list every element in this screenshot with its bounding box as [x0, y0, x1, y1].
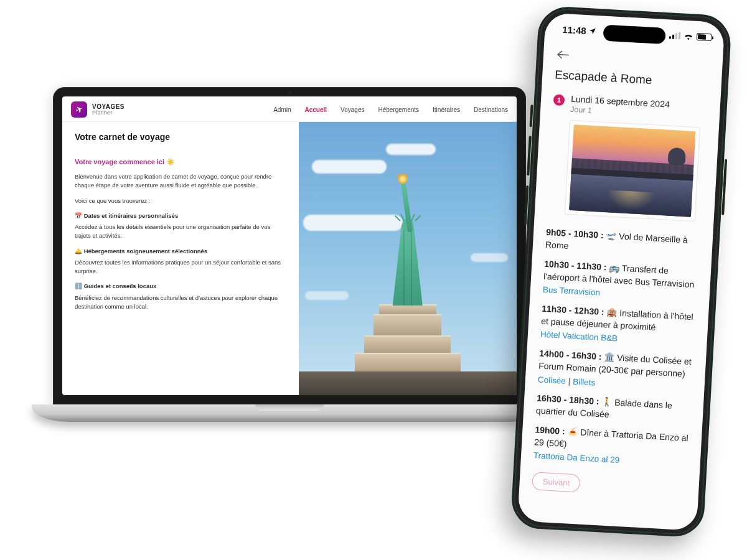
- hero-image-statue-of-liberty: [299, 122, 517, 395]
- itin-item-4: 14h00 - 16h30 : 🏛️ Visite du Colisée et …: [537, 347, 693, 394]
- brand-sub: Planner: [92, 110, 125, 116]
- bus-icon: 🚌: [609, 262, 620, 273]
- cellular-signal-icon: [669, 31, 681, 39]
- location-icon: [588, 27, 597, 35]
- link-billets[interactable]: Billets: [573, 376, 596, 387]
- svg-rect-1: [672, 35, 674, 39]
- phone-mockup: 11:48 Escapade à Rome: [510, 6, 732, 538]
- walk-icon: 🚶: [601, 396, 613, 407]
- laptop-mockup: VOYAGES Planner Admin Accueil Voyages Hé…: [53, 87, 526, 422]
- welcome-line-2: Voici ce que vous trouverez :: [75, 197, 286, 205]
- phone-content[interactable]: Escapade à Rome 1 Lundi 16 septembre 202…: [517, 44, 723, 531]
- link-trattoria[interactable]: Trattoria Da Enzo al 29: [533, 450, 688, 470]
- svg-rect-0: [669, 36, 671, 39]
- nav-admin[interactable]: Admin: [273, 106, 291, 113]
- app-header: VOYAGES Planner Admin Accueil Voyages Hé…: [62, 96, 517, 122]
- brand-name: VOYAGES: [92, 104, 125, 110]
- feature-2-body: Découvrez toutes les informations pratiq…: [75, 258, 286, 276]
- link-colisee[interactable]: Colisée: [538, 375, 566, 385]
- app-body: Votre carnet de voyage Votre voyage comm…: [62, 122, 517, 395]
- next-button[interactable]: Suivant: [532, 472, 581, 492]
- feature-1-title: 📅 Dates et itinéraires personnalisés: [75, 212, 286, 220]
- laptop-camera: [288, 91, 291, 95]
- brand[interactable]: VOYAGES Planner: [71, 101, 125, 118]
- nav-voyages[interactable]: Voyages: [341, 106, 364, 113]
- laptop-screen: VOYAGES Planner Admin Accueil Voyages Hé…: [62, 96, 517, 395]
- feature-3-title: ℹ️ Guides et conseils locaux: [75, 282, 286, 291]
- museum-icon: 🏛️: [604, 352, 615, 362]
- day-number-badge: 1: [553, 94, 565, 106]
- day-header: 1 Lundi 16 septembre 2024 Jour 1: [553, 93, 708, 121]
- content-column: Votre carnet de voyage Votre voyage comm…: [62, 122, 299, 395]
- rome-sunset-image: [569, 124, 695, 217]
- feature-2-title: 🛎️ Hébergements soigneusement sélectionn…: [75, 247, 286, 256]
- welcome-line-1: Bienvenue dans votre application de carn…: [75, 172, 286, 190]
- phone-dynamic-island: [603, 25, 665, 45]
- wifi-icon: [684, 32, 694, 40]
- dinner-icon: 🍝: [567, 426, 578, 437]
- phone-screen: 11:48 Escapade à Rome: [517, 12, 725, 531]
- status-time: 11:48: [562, 24, 586, 35]
- nav-accueil[interactable]: Accueil: [305, 106, 327, 113]
- laptop-bezel: VOYAGES Planner Admin Accueil Voyages Hé…: [53, 87, 526, 404]
- nav-destinations[interactable]: Destinations: [474, 106, 508, 113]
- itinerary-list: 9h05 - 10h30 : 🛫 Vol de Marseille à Rome…: [533, 226, 701, 470]
- page-subtitle: Votre voyage commence ici ☀️: [75, 158, 286, 166]
- itin-item-2: 10h30 - 11h30 : 🚌 Transfert de l'aéropor…: [542, 257, 698, 304]
- nav-itineraires[interactable]: Itinéraires: [433, 106, 460, 113]
- svg-rect-2: [675, 33, 678, 39]
- brand-logo-icon: [71, 101, 87, 118]
- plane-icon: 🛫: [606, 230, 617, 241]
- itin-item-5: 16h30 - 18h30 : 🚶 Balade dans le quartie…: [536, 392, 692, 426]
- laptop-base: [32, 404, 547, 422]
- back-button[interactable]: [556, 49, 711, 68]
- main-nav: Admin Accueil Voyages Hébergements Itiné…: [273, 106, 508, 113]
- hotel-icon: 🏨: [606, 307, 618, 317]
- link-hotel-vatication[interactable]: Hôtel Vatication B&B: [540, 329, 695, 349]
- svg-rect-3: [679, 32, 681, 39]
- nav-hebergements[interactable]: Hébergements: [378, 106, 419, 113]
- feature-3-body: Bénéficiez de recommandations culturelle…: [75, 294, 286, 312]
- page-title: Votre carnet de voyage: [75, 132, 286, 142]
- itin-item-6: 19h00 : 🍝 Dîner à Trattoria Da Enzo al 2…: [533, 423, 690, 470]
- battery-icon: [697, 33, 712, 41]
- itin-item-3: 11h30 - 12h30 : 🏨 Installation à l'hôtel…: [540, 302, 696, 349]
- itin-item-1: 9h05 - 10h30 : 🛫 Vol de Marseille à Rome: [545, 226, 700, 259]
- day-hero-image: [565, 120, 700, 222]
- feature-1-body: Accédez à tous les détails essentiels po…: [75, 223, 286, 241]
